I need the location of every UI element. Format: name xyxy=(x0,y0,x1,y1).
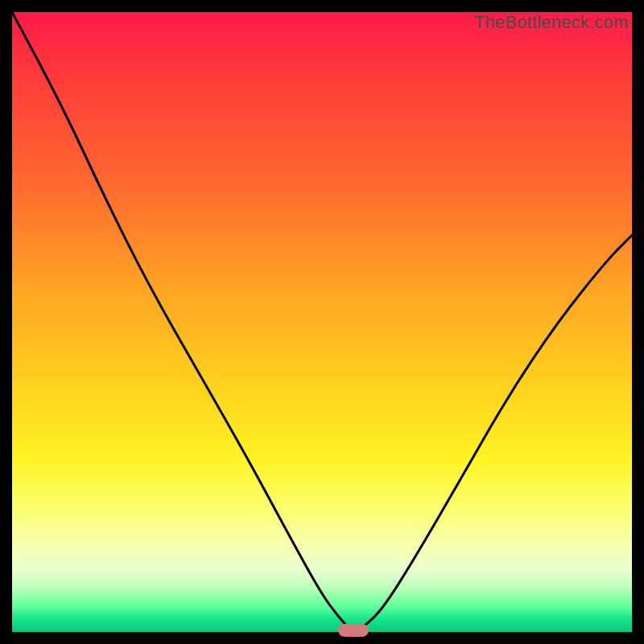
bottleneck-curve xyxy=(12,12,632,632)
watermark-text: TheBottleneck.com xyxy=(474,12,629,33)
chart-frame: TheBottleneck.com xyxy=(12,12,632,632)
optimal-point-marker xyxy=(338,624,369,637)
